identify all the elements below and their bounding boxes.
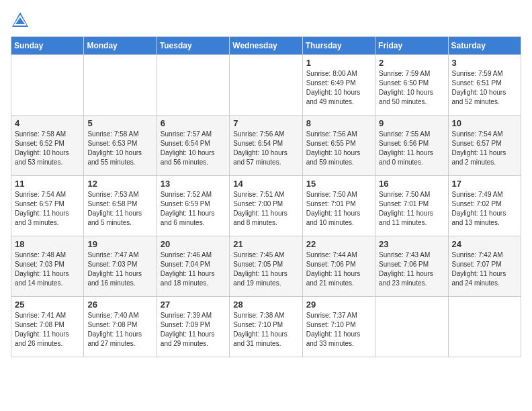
day-number: 7 bbox=[233, 118, 298, 128]
calendar-cell bbox=[375, 297, 448, 357]
day-header-wednesday: Wednesday bbox=[230, 37, 302, 55]
day-header-sunday: Sunday bbox=[11, 37, 84, 55]
calendar-cell bbox=[448, 297, 521, 357]
calendar-cell: 2Sunrise: 7:59 AM Sunset: 6:50 PM Daylig… bbox=[375, 55, 448, 116]
calendar-week-row: 25Sunrise: 7:41 AM Sunset: 7:08 PM Dayli… bbox=[11, 297, 521, 357]
day-number: 5 bbox=[87, 118, 152, 128]
calendar-cell: 28Sunrise: 7:38 AM Sunset: 7:10 PM Dayli… bbox=[230, 297, 302, 357]
calendar-week-row: 4Sunrise: 7:58 AM Sunset: 6:52 PM Daylig… bbox=[11, 116, 521, 176]
day-info: Sunrise: 7:43 AM Sunset: 7:06 PM Dayligh… bbox=[379, 250, 444, 288]
day-number: 26 bbox=[87, 300, 152, 310]
day-info: Sunrise: 7:56 AM Sunset: 6:54 PM Dayligh… bbox=[233, 130, 298, 167]
calendar-cell: 6Sunrise: 7:57 AM Sunset: 6:54 PM Daylig… bbox=[157, 116, 229, 176]
calendar-cell: 13Sunrise: 7:52 AM Sunset: 6:59 PM Dayli… bbox=[157, 176, 229, 236]
day-info: Sunrise: 7:48 AM Sunset: 7:03 PM Dayligh… bbox=[15, 250, 80, 288]
calendar-cell: 4Sunrise: 7:58 AM Sunset: 6:52 PM Daylig… bbox=[11, 116, 84, 176]
page-header bbox=[11, 11, 521, 30]
calendar-week-row: 1Sunrise: 8:00 AM Sunset: 6:49 PM Daylig… bbox=[11, 55, 521, 116]
day-number: 23 bbox=[379, 239, 444, 249]
day-number: 2 bbox=[379, 58, 444, 68]
calendar-cell: 22Sunrise: 7:44 AM Sunset: 7:06 PM Dayli… bbox=[302, 236, 375, 297]
day-number: 24 bbox=[452, 239, 517, 249]
day-info: Sunrise: 7:56 AM Sunset: 6:55 PM Dayligh… bbox=[306, 130, 371, 167]
calendar-cell: 12Sunrise: 7:53 AM Sunset: 6:58 PM Dayli… bbox=[84, 176, 157, 236]
day-info: Sunrise: 7:41 AM Sunset: 7:08 PM Dayligh… bbox=[15, 311, 80, 349]
day-number: 11 bbox=[15, 179, 80, 189]
day-info: Sunrise: 7:45 AM Sunset: 7:05 PM Dayligh… bbox=[233, 250, 298, 288]
calendar-cell: 3Sunrise: 7:59 AM Sunset: 6:51 PM Daylig… bbox=[448, 55, 521, 116]
calendar-cell: 9Sunrise: 7:55 AM Sunset: 6:56 PM Daylig… bbox=[375, 116, 448, 176]
day-number: 1 bbox=[306, 58, 371, 68]
day-number: 22 bbox=[306, 239, 371, 249]
calendar-table: SundayMondayTuesdayWednesdayThursdayFrid… bbox=[11, 36, 521, 357]
calendar-cell: 5Sunrise: 7:58 AM Sunset: 6:53 PM Daylig… bbox=[84, 116, 157, 176]
calendar-cell: 10Sunrise: 7:54 AM Sunset: 6:57 PM Dayli… bbox=[448, 116, 521, 176]
day-number: 27 bbox=[161, 300, 226, 310]
day-number: 9 bbox=[379, 118, 444, 128]
day-number: 17 bbox=[452, 179, 517, 189]
day-info: Sunrise: 7:57 AM Sunset: 6:54 PM Dayligh… bbox=[161, 130, 226, 167]
day-number: 15 bbox=[306, 179, 371, 189]
day-number: 4 bbox=[15, 118, 80, 128]
day-number: 6 bbox=[161, 118, 226, 128]
calendar-cell: 26Sunrise: 7:40 AM Sunset: 7:08 PM Dayli… bbox=[84, 297, 157, 357]
day-header-tuesday: Tuesday bbox=[157, 37, 229, 55]
calendar-cell: 24Sunrise: 7:42 AM Sunset: 7:07 PM Dayli… bbox=[448, 236, 521, 297]
day-number: 21 bbox=[233, 239, 298, 249]
day-info: Sunrise: 8:00 AM Sunset: 6:49 PM Dayligh… bbox=[306, 69, 371, 107]
day-header-monday: Monday bbox=[84, 37, 157, 55]
day-info: Sunrise: 7:59 AM Sunset: 6:50 PM Dayligh… bbox=[379, 69, 444, 107]
calendar-cell: 7Sunrise: 7:56 AM Sunset: 6:54 PM Daylig… bbox=[230, 116, 302, 176]
day-info: Sunrise: 7:50 AM Sunset: 7:01 PM Dayligh… bbox=[379, 190, 444, 228]
day-number: 25 bbox=[15, 300, 80, 310]
calendar-cell: 21Sunrise: 7:45 AM Sunset: 7:05 PM Dayli… bbox=[230, 236, 302, 297]
calendar-cell bbox=[230, 55, 302, 116]
day-number: 19 bbox=[87, 239, 152, 249]
day-number: 28 bbox=[233, 300, 298, 310]
day-info: Sunrise: 7:51 AM Sunset: 7:00 PM Dayligh… bbox=[233, 190, 298, 228]
day-info: Sunrise: 7:55 AM Sunset: 6:56 PM Dayligh… bbox=[379, 130, 444, 167]
calendar-cell: 16Sunrise: 7:50 AM Sunset: 7:01 PM Dayli… bbox=[375, 176, 448, 236]
day-info: Sunrise: 7:39 AM Sunset: 7:09 PM Dayligh… bbox=[161, 311, 226, 349]
day-info: Sunrise: 7:53 AM Sunset: 6:58 PM Dayligh… bbox=[87, 190, 152, 228]
calendar-cell: 25Sunrise: 7:41 AM Sunset: 7:08 PM Dayli… bbox=[11, 297, 84, 357]
day-info: Sunrise: 7:47 AM Sunset: 7:03 PM Dayligh… bbox=[87, 250, 152, 288]
day-number: 8 bbox=[306, 118, 371, 128]
logo-icon bbox=[11, 11, 30, 30]
day-info: Sunrise: 7:59 AM Sunset: 6:51 PM Dayligh… bbox=[452, 69, 517, 107]
calendar-cell: 27Sunrise: 7:39 AM Sunset: 7:09 PM Dayli… bbox=[157, 297, 229, 357]
day-info: Sunrise: 7:50 AM Sunset: 7:01 PM Dayligh… bbox=[306, 190, 371, 228]
day-info: Sunrise: 7:44 AM Sunset: 7:06 PM Dayligh… bbox=[306, 250, 371, 288]
day-number: 18 bbox=[15, 239, 80, 249]
day-number: 3 bbox=[452, 58, 517, 68]
day-info: Sunrise: 7:40 AM Sunset: 7:08 PM Dayligh… bbox=[87, 311, 152, 349]
calendar-cell: 11Sunrise: 7:54 AM Sunset: 6:57 PM Dayli… bbox=[11, 176, 84, 236]
calendar-week-row: 18Sunrise: 7:48 AM Sunset: 7:03 PM Dayli… bbox=[11, 236, 521, 297]
day-header-saturday: Saturday bbox=[448, 37, 521, 55]
calendar-cell bbox=[157, 55, 229, 116]
calendar-cell: 17Sunrise: 7:49 AM Sunset: 7:02 PM Dayli… bbox=[448, 176, 521, 236]
calendar-cell: 23Sunrise: 7:43 AM Sunset: 7:06 PM Dayli… bbox=[375, 236, 448, 297]
calendar-cell bbox=[11, 55, 84, 116]
day-number: 29 bbox=[306, 300, 371, 310]
day-info: Sunrise: 7:52 AM Sunset: 6:59 PM Dayligh… bbox=[161, 190, 226, 228]
calendar-cell: 15Sunrise: 7:50 AM Sunset: 7:01 PM Dayli… bbox=[302, 176, 375, 236]
day-number: 12 bbox=[87, 179, 152, 189]
calendar-cell: 14Sunrise: 7:51 AM Sunset: 7:00 PM Dayli… bbox=[230, 176, 302, 236]
day-info: Sunrise: 7:54 AM Sunset: 6:57 PM Dayligh… bbox=[452, 130, 517, 167]
calendar-cell: 8Sunrise: 7:56 AM Sunset: 6:55 PM Daylig… bbox=[302, 116, 375, 176]
calendar-body: 1Sunrise: 8:00 AM Sunset: 6:49 PM Daylig… bbox=[11, 55, 521, 357]
calendar-week-row: 11Sunrise: 7:54 AM Sunset: 6:57 PM Dayli… bbox=[11, 176, 521, 236]
calendar-cell: 1Sunrise: 8:00 AM Sunset: 6:49 PM Daylig… bbox=[302, 55, 375, 116]
calendar-cell: 19Sunrise: 7:47 AM Sunset: 7:03 PM Dayli… bbox=[84, 236, 157, 297]
day-number: 10 bbox=[452, 118, 517, 128]
day-info: Sunrise: 7:37 AM Sunset: 7:10 PM Dayligh… bbox=[306, 311, 371, 349]
day-number: 13 bbox=[161, 179, 226, 189]
day-header-thursday: Thursday bbox=[302, 37, 375, 55]
calendar-header: SundayMondayTuesdayWednesdayThursdayFrid… bbox=[11, 37, 521, 55]
calendar-cell: 20Sunrise: 7:46 AM Sunset: 7:04 PM Dayli… bbox=[157, 236, 229, 297]
day-info: Sunrise: 7:58 AM Sunset: 6:53 PM Dayligh… bbox=[87, 130, 152, 167]
calendar-cell: 29Sunrise: 7:37 AM Sunset: 7:10 PM Dayli… bbox=[302, 297, 375, 357]
day-number: 14 bbox=[233, 179, 298, 189]
day-info: Sunrise: 7:49 AM Sunset: 7:02 PM Dayligh… bbox=[452, 190, 517, 228]
